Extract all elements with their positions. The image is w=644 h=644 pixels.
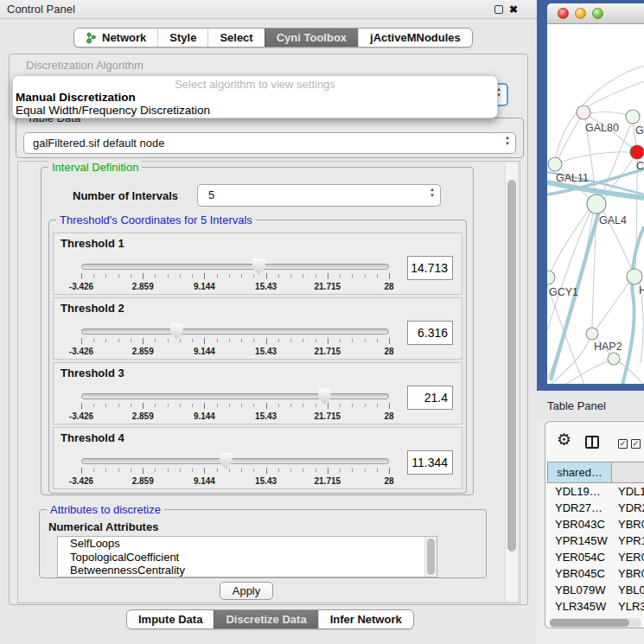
network-node-gcy1[interactable] xyxy=(547,271,555,284)
threshold-value-field[interactable]: 14.713 xyxy=(407,256,453,280)
threshold-slider[interactable]: -3.4262.8599.14415.4321.71528 xyxy=(78,386,394,424)
minimize-traffic-light[interactable] xyxy=(575,8,586,19)
tab-select[interactable]: Select xyxy=(207,29,264,47)
tab-network[interactable]: Network xyxy=(74,29,157,47)
cell-name[interactable]: YDL1 xyxy=(612,483,644,500)
cell-name[interactable]: YER0 xyxy=(612,549,644,565)
attributes-list-scrollbar[interactable] xyxy=(424,537,437,577)
list-item-betweennesscentrality[interactable]: BetweennessCentrality xyxy=(58,564,437,577)
slider-tick xyxy=(168,469,169,472)
threshold-slider[interactable]: -3.4262.8599.14415.4321.71528 xyxy=(78,450,394,488)
network-window-titlebar[interactable] xyxy=(547,3,644,24)
cell-shared-name[interactable]: YDL19… xyxy=(547,483,612,500)
table-row[interactable]: YER054CYER0 xyxy=(547,549,644,565)
cell-shared-name[interactable]: YBL079W xyxy=(547,582,612,598)
threshold-value-field[interactable]: 11.344 xyxy=(407,450,453,475)
checkbox-icon[interactable]: ✓ xyxy=(631,439,641,449)
network-node-node-right-h[interactable] xyxy=(627,269,642,284)
cell-shared-name[interactable]: YLR345W xyxy=(547,598,612,615)
cell-name[interactable]: YPR1 xyxy=(612,532,644,549)
cell-shared-name[interactable]: YBR045C xyxy=(547,565,612,582)
tab-infer-network[interactable]: Infer Network xyxy=(318,610,413,628)
tab-discretize-data[interactable]: Discretize Data xyxy=(214,610,317,628)
slider-tick xyxy=(266,338,267,344)
slider-track[interactable] xyxy=(81,458,389,464)
network-node-gal11[interactable] xyxy=(548,157,562,171)
slider-tick xyxy=(192,469,193,472)
slider-tick xyxy=(229,339,230,342)
slider-tick xyxy=(241,274,242,277)
threshold-value-field[interactable]: 6.316 xyxy=(407,321,453,345)
slider-tick xyxy=(278,404,279,407)
slider-tick xyxy=(204,468,205,474)
slider-tick-label: 28 xyxy=(384,282,393,291)
slider-handle[interactable] xyxy=(220,453,233,469)
slider-tick xyxy=(192,274,193,277)
network-node-hap2[interactable] xyxy=(586,328,598,340)
algorithm-option-equal-width-frequency-discretization[interactable]: Equal Width/Frequency Discretization xyxy=(13,104,497,117)
cell-shared-name[interactable]: YBR043C xyxy=(547,516,612,532)
slider-handle[interactable] xyxy=(318,388,331,405)
table-row[interactable]: YDR27…YDR2 xyxy=(547,500,644,516)
network-node-node-top-right[interactable] xyxy=(626,110,640,124)
settings-vertical-scrollbar[interactable] xyxy=(505,163,517,602)
threshold-slider[interactable]: -3.4262.8599.14415.4321.71528 xyxy=(78,321,394,359)
threshold-value-field[interactable]: 21.4 xyxy=(407,386,453,410)
slider-handle[interactable] xyxy=(170,323,183,340)
column-header-name[interactable]: name xyxy=(612,462,644,483)
table-row[interactable]: YDL19…YDL1 xyxy=(547,483,644,500)
cell-name[interactable]: YBR0 xyxy=(612,516,644,532)
scrollbar-thumb[interactable] xyxy=(550,619,629,627)
number-of-intervals-spinner[interactable]: 5 ▲▼ xyxy=(197,184,441,207)
network-node-node-bottom[interactable] xyxy=(608,353,620,365)
table-row[interactable]: YLR345WYLR3 xyxy=(547,598,644,615)
column-header-shared-name[interactable]: shared… xyxy=(547,462,612,483)
slider-track[interactable] xyxy=(81,328,389,335)
list-item-topologicalcoefficient[interactable]: TopologicalCoefficient xyxy=(58,551,437,564)
zoom-traffic-light[interactable] xyxy=(592,8,603,19)
table-data-combobox[interactable]: galFiltered.sif default node ▲▼ xyxy=(23,132,516,154)
cell-name[interactable]: YBR0 xyxy=(612,565,644,582)
table-row[interactable]: YBR045CYBR0 xyxy=(547,565,644,582)
numerical-attributes-list[interactable]: SelfLoopsTopologicalCoefficientBetweenne… xyxy=(57,536,437,577)
threshold-slider[interactable]: -3.4262.8599.14415.4321.71528 xyxy=(78,256,394,294)
cell-name[interactable]: YLR3 xyxy=(612,598,644,615)
table-row[interactable]: YBR043CYBR0 xyxy=(547,516,644,532)
table-row[interactable]: YBL079WYBL0 xyxy=(547,582,644,598)
slider-track[interactable] xyxy=(81,264,389,270)
slider-tick xyxy=(192,339,193,342)
cell-shared-name[interactable]: YDR27… xyxy=(547,500,612,516)
network-node-gal4[interactable] xyxy=(587,194,606,214)
cell-shared-name[interactable]: YER054C xyxy=(547,549,612,565)
tab-style[interactable]: Style xyxy=(157,29,207,47)
slider-handle[interactable] xyxy=(252,258,265,275)
close-traffic-light[interactable] xyxy=(558,8,569,19)
slider-tick xyxy=(340,469,341,472)
table-row[interactable]: YPR145WYPR1 xyxy=(547,532,644,549)
float-window-icon[interactable] xyxy=(494,5,503,14)
tab-impute-data[interactable]: Impute Data xyxy=(127,610,214,628)
close-icon[interactable]: ✖ xyxy=(509,3,518,16)
slider-track[interactable] xyxy=(81,393,389,399)
gear-icon[interactable]: ⚙ xyxy=(557,431,571,449)
scrollbar-thumb[interactable] xyxy=(427,539,435,575)
cell-name[interactable]: YDR2 xyxy=(612,500,644,516)
cell-name[interactable]: YBL0 xyxy=(612,582,644,598)
network-node-gal80[interactable] xyxy=(577,105,590,119)
algorithm-option-manual-discretization[interactable]: Manual Discretization xyxy=(13,91,497,104)
slider-tick xyxy=(389,273,390,279)
table-horizontal-scrollbar[interactable] xyxy=(549,618,641,628)
scrollbar-thumb[interactable] xyxy=(507,180,516,552)
cell-shared-name[interactable]: YPR145W xyxy=(547,532,612,549)
network-canvas[interactable]: GAL80GACGAL11GAL4GCY1HHAP2 xyxy=(547,24,644,384)
split-columns-icon[interactable] xyxy=(585,436,599,449)
network-node-node-red[interactable] xyxy=(630,145,644,159)
tab-jactivemnodules[interactable]: jActiveMNodules xyxy=(358,29,472,47)
thresholds-group: Threshold's Coordinates for 5 Intervals … xyxy=(48,220,467,494)
checkbox-icon[interactable]: ✓ xyxy=(618,439,628,449)
slider-tick xyxy=(266,403,267,409)
list-item-selfloops[interactable]: SelfLoops xyxy=(58,537,437,551)
apply-button[interactable]: Apply xyxy=(220,582,273,600)
slider-tick xyxy=(241,469,242,472)
tab-cyni-toolbox[interactable]: Cyni Toolbox xyxy=(265,29,358,47)
